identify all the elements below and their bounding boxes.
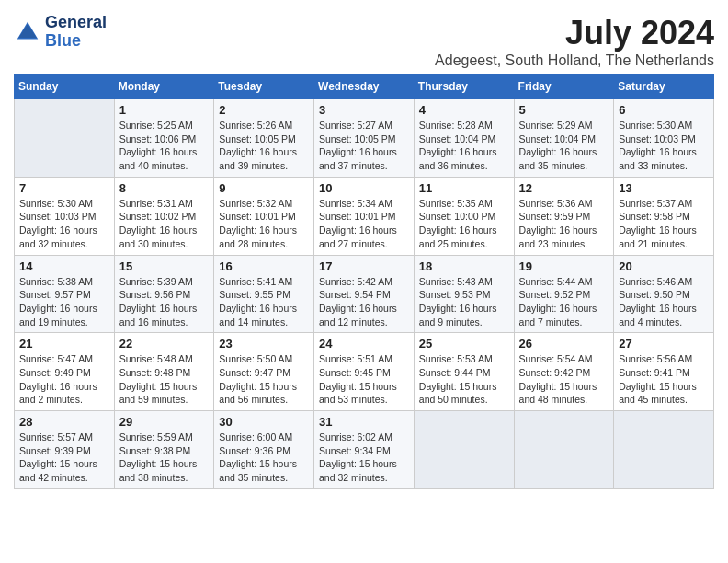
page-header: General Blue July 2024 Adegeest, South H…	[14, 14, 714, 69]
day-info: Sunrise: 5:30 AM Sunset: 10:03 PM Daylig…	[19, 197, 109, 251]
day-info: Sunrise: 5:47 AM Sunset: 9:49 PM Dayligh…	[19, 352, 109, 407]
day-info: Sunrise: 5:28 AM Sunset: 10:04 PM Daylig…	[419, 119, 509, 173]
day-number: 23	[219, 337, 309, 350]
calendar-cell: 22Sunrise: 5:48 AM Sunset: 9:48 PM Dayli…	[114, 333, 214, 411]
day-info: Sunrise: 5:36 AM Sunset: 9:59 PM Dayligh…	[519, 197, 609, 251]
location-title: Adegeest, South Holland, The Netherlands	[435, 52, 714, 69]
col-tuesday: Tuesday	[214, 75, 314, 99]
day-number: 27	[619, 337, 709, 350]
day-number: 18	[419, 259, 509, 273]
calendar-week-3: 14Sunrise: 5:38 AM Sunset: 9:57 PM Dayli…	[15, 255, 714, 333]
day-info: Sunrise: 5:39 AM Sunset: 9:56 PM Dayligh…	[119, 275, 210, 329]
day-info: Sunrise: 5:50 AM Sunset: 9:47 PM Dayligh…	[219, 352, 309, 407]
day-info: Sunrise: 5:31 AM Sunset: 10:02 PM Daylig…	[119, 197, 210, 251]
day-number: 16	[219, 259, 309, 273]
day-number: 13	[619, 181, 709, 195]
col-saturday: Saturday	[614, 75, 714, 99]
day-number: 26	[519, 337, 609, 350]
calendar-cell: 31Sunrise: 6:02 AM Sunset: 9:34 PM Dayli…	[314, 411, 415, 489]
day-info: Sunrise: 5:27 AM Sunset: 10:05 PM Daylig…	[319, 119, 409, 173]
day-info: Sunrise: 5:54 AM Sunset: 9:42 PM Dayligh…	[519, 352, 609, 407]
day-number: 1	[119, 103, 210, 117]
day-number: 20	[619, 259, 709, 273]
calendar-week-2: 7Sunrise: 5:30 AM Sunset: 10:03 PM Dayli…	[15, 177, 714, 255]
day-info: Sunrise: 5:41 AM Sunset: 9:55 PM Dayligh…	[219, 275, 309, 329]
calendar-cell	[414, 411, 514, 489]
day-info: Sunrise: 5:29 AM Sunset: 10:04 PM Daylig…	[519, 119, 609, 173]
day-number: 10	[319, 181, 409, 195]
calendar-cell: 28Sunrise: 5:57 AM Sunset: 9:39 PM Dayli…	[15, 411, 115, 489]
calendar-cell: 7Sunrise: 5:30 AM Sunset: 10:03 PM Dayli…	[15, 177, 115, 255]
day-info: Sunrise: 5:26 AM Sunset: 10:05 PM Daylig…	[219, 119, 309, 173]
calendar-cell	[614, 411, 714, 489]
logo-icon	[14, 18, 41, 46]
calendar-cell: 6Sunrise: 5:30 AM Sunset: 10:03 PM Dayli…	[614, 99, 714, 178]
day-info: Sunrise: 6:00 AM Sunset: 9:36 PM Dayligh…	[219, 431, 309, 485]
logo-line2: Blue	[45, 32, 107, 51]
calendar-cell	[514, 411, 614, 489]
calendar-cell: 11Sunrise: 5:35 AM Sunset: 10:00 PM Dayl…	[414, 177, 514, 255]
calendar-cell: 17Sunrise: 5:42 AM Sunset: 9:54 PM Dayli…	[314, 255, 415, 333]
day-number: 30	[219, 415, 309, 429]
day-number: 5	[519, 103, 609, 117]
day-info: Sunrise: 5:48 AM Sunset: 9:48 PM Dayligh…	[119, 352, 210, 407]
day-number: 11	[419, 181, 509, 195]
day-number: 9	[219, 181, 309, 195]
day-number: 29	[119, 415, 210, 429]
day-info: Sunrise: 5:56 AM Sunset: 9:41 PM Dayligh…	[619, 352, 709, 407]
day-number: 4	[419, 103, 509, 117]
day-number: 3	[319, 103, 409, 117]
day-number: 15	[119, 259, 210, 273]
calendar-cell: 3Sunrise: 5:27 AM Sunset: 10:05 PM Dayli…	[314, 99, 415, 178]
calendar-cell: 10Sunrise: 5:34 AM Sunset: 10:01 PM Dayl…	[314, 177, 415, 255]
day-info: Sunrise: 5:30 AM Sunset: 10:03 PM Daylig…	[619, 119, 709, 173]
calendar-cell: 30Sunrise: 6:00 AM Sunset: 9:36 PM Dayli…	[214, 411, 314, 489]
day-number: 12	[519, 181, 609, 195]
calendar-cell: 24Sunrise: 5:51 AM Sunset: 9:45 PM Dayli…	[314, 333, 415, 411]
day-info: Sunrise: 5:34 AM Sunset: 10:01 PM Daylig…	[319, 197, 409, 251]
day-number: 8	[119, 181, 210, 195]
calendar-week-5: 28Sunrise: 5:57 AM Sunset: 9:39 PM Dayli…	[15, 411, 714, 489]
day-number: 24	[319, 337, 409, 350]
calendar-cell: 18Sunrise: 5:43 AM Sunset: 9:53 PM Dayli…	[414, 255, 514, 333]
calendar-cell: 15Sunrise: 5:39 AM Sunset: 9:56 PM Dayli…	[114, 255, 214, 333]
day-number: 14	[19, 259, 109, 273]
month-title: July 2024	[435, 14, 714, 52]
day-number: 6	[619, 103, 709, 117]
day-number: 28	[19, 415, 109, 429]
calendar-cell: 9Sunrise: 5:32 AM Sunset: 10:01 PM Dayli…	[214, 177, 314, 255]
calendar-cell: 25Sunrise: 5:53 AM Sunset: 9:44 PM Dayli…	[414, 333, 514, 411]
col-wednesday: Wednesday	[314, 75, 415, 99]
day-info: Sunrise: 5:53 AM Sunset: 9:44 PM Dayligh…	[419, 352, 509, 407]
calendar-table: Sunday Monday Tuesday Wednesday Thursday…	[14, 74, 714, 489]
calendar-cell: 13Sunrise: 5:37 AM Sunset: 9:58 PM Dayli…	[614, 177, 714, 255]
day-info: Sunrise: 5:44 AM Sunset: 9:52 PM Dayligh…	[519, 275, 609, 329]
day-info: Sunrise: 5:37 AM Sunset: 9:58 PM Dayligh…	[619, 197, 709, 251]
calendar-cell: 8Sunrise: 5:31 AM Sunset: 10:02 PM Dayli…	[114, 177, 214, 255]
calendar-cell: 2Sunrise: 5:26 AM Sunset: 10:05 PM Dayli…	[214, 99, 314, 178]
day-info: Sunrise: 5:42 AM Sunset: 9:54 PM Dayligh…	[319, 275, 409, 329]
logo-line1: General	[45, 14, 107, 32]
calendar-cell: 14Sunrise: 5:38 AM Sunset: 9:57 PM Dayli…	[15, 255, 115, 333]
day-number: 2	[219, 103, 309, 117]
calendar-cell: 21Sunrise: 5:47 AM Sunset: 9:49 PM Dayli…	[15, 333, 115, 411]
calendar-body: 1Sunrise: 5:25 AM Sunset: 10:06 PM Dayli…	[15, 99, 714, 489]
col-monday: Monday	[114, 75, 214, 99]
calendar-cell: 26Sunrise: 5:54 AM Sunset: 9:42 PM Dayli…	[514, 333, 614, 411]
logo-text: General Blue	[45, 14, 107, 51]
day-info: Sunrise: 5:32 AM Sunset: 10:01 PM Daylig…	[219, 197, 309, 251]
day-info: Sunrise: 5:25 AM Sunset: 10:06 PM Daylig…	[119, 119, 210, 173]
calendar-cell: 27Sunrise: 5:56 AM Sunset: 9:41 PM Dayli…	[614, 333, 714, 411]
day-info: Sunrise: 5:43 AM Sunset: 9:53 PM Dayligh…	[419, 275, 509, 329]
day-number: 19	[519, 259, 609, 273]
day-info: Sunrise: 5:51 AM Sunset: 9:45 PM Dayligh…	[319, 352, 409, 407]
calendar-cell: 20Sunrise: 5:46 AM Sunset: 9:50 PM Dayli…	[614, 255, 714, 333]
calendar-cell: 29Sunrise: 5:59 AM Sunset: 9:38 PM Dayli…	[114, 411, 214, 489]
title-section: July 2024 Adegeest, South Holland, The N…	[435, 14, 714, 69]
day-info: Sunrise: 5:35 AM Sunset: 10:00 PM Daylig…	[419, 197, 509, 251]
day-info: Sunrise: 5:59 AM Sunset: 9:38 PM Dayligh…	[119, 431, 210, 485]
calendar-header: Sunday Monday Tuesday Wednesday Thursday…	[15, 75, 714, 99]
day-info: Sunrise: 5:38 AM Sunset: 9:57 PM Dayligh…	[19, 275, 109, 329]
day-number: 22	[119, 337, 210, 350]
header-row: Sunday Monday Tuesday Wednesday Thursday…	[15, 75, 714, 99]
